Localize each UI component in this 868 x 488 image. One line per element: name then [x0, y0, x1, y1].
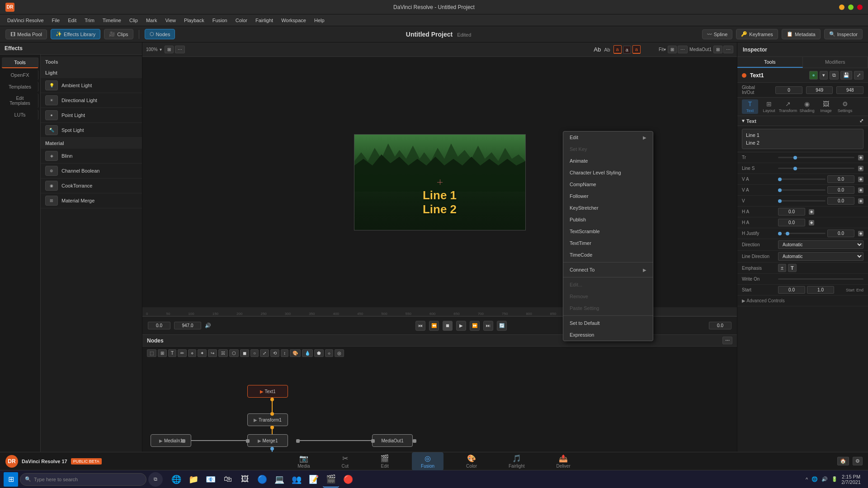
- nodes-tool-7[interactable]: ↪: [208, 349, 217, 357]
- tab-tools[interactable]: Tools: [2, 57, 38, 68]
- nodes-tool-18[interactable]: ⟐: [325, 349, 333, 357]
- bottom-tab-media[interactable]: 📷 Media: [288, 452, 319, 470]
- ctx-edit[interactable]: Edit ▶: [563, 131, 653, 143]
- view-btn2[interactable]: ⋯: [678, 46, 688, 53]
- prop-start-input[interactable]: 0.0: [778, 286, 805, 294]
- prop-va1-input[interactable]: 0.0: [827, 175, 854, 183]
- prop-v-keyframe[interactable]: ◆: [858, 198, 863, 204]
- tab-templates[interactable]: Templates: [2, 82, 38, 92]
- prop-ha2-input[interactable]: 0.0: [778, 219, 805, 226]
- prop-writeon-slider[interactable]: [778, 278, 863, 280]
- icon-tab-text[interactable]: T Text: [742, 99, 758, 114]
- nodes-tool-6[interactable]: ✦: [198, 349, 207, 357]
- inspector-button[interactable]: 🔍 Inspector: [824, 29, 863, 39]
- nodes-tool-3[interactable]: T: [168, 349, 176, 357]
- menu-trim[interactable]: Trim: [81, 16, 98, 24]
- nodes-tool-16[interactable]: 💧: [302, 349, 313, 357]
- effect-point-light[interactable]: ● Point Light: [41, 108, 142, 123]
- prop-ha1-input[interactable]: 0.0: [778, 208, 805, 216]
- minimize-button[interactable]: [839, 5, 844, 10]
- ctx-character-level-styling[interactable]: Character Level Styling: [563, 167, 653, 178]
- explorer-app-button[interactable]: 📁: [185, 471, 202, 488]
- tab-openfx[interactable]: OpenFX: [2, 70, 38, 80]
- volume-icon[interactable]: 🔊: [205, 323, 211, 328]
- menu-fairlight[interactable]: Fairlight: [252, 16, 277, 24]
- ctx-publish[interactable]: Publish: [563, 214, 653, 225]
- tray-arrow[interactable]: ^: [806, 477, 808, 482]
- menu-mark[interactable]: Mark: [142, 16, 160, 24]
- menu-clip[interactable]: Clip: [126, 16, 142, 24]
- icon-tab-transform[interactable]: ↗ Transform: [780, 99, 796, 114]
- resolve-app-button[interactable]: 🔴: [340, 471, 356, 488]
- effect-spot-light[interactable]: 🔦 Spot Light: [41, 123, 142, 138]
- pc-app-button[interactable]: 💻: [271, 471, 288, 488]
- node-transform1[interactable]: ▶ Transform1: [247, 413, 288, 426]
- prop-end-input[interactable]: 1.0: [807, 286, 834, 294]
- text-content-box[interactable]: Line 1Line 2: [742, 129, 863, 149]
- bottom-tab-fairlight[interactable]: 🎵 Fairlight: [500, 452, 534, 470]
- stop-button[interactable]: ⏹: [443, 321, 453, 331]
- tab-edit-templates[interactable]: Edit Templates: [2, 94, 38, 108]
- duration-input[interactable]: 947.0: [174, 322, 201, 329]
- effect-directional-light[interactable]: ☀ Directional Light: [41, 93, 142, 108]
- prop-ha1-keyframe[interactable]: ◆: [809, 209, 814, 215]
- ctx-texttimer[interactable]: TextTimer: [563, 237, 653, 249]
- timecode-input[interactable]: 0.0: [148, 322, 170, 329]
- photos-app-button[interactable]: 🖼: [237, 471, 253, 488]
- step-back-button[interactable]: ⏪: [429, 321, 439, 331]
- icon-tab-layout[interactable]: ⊞ Layout: [761, 99, 777, 114]
- view-btn3[interactable]: ⊞: [713, 46, 722, 53]
- bottom-tab-fusion[interactable]: ◎ Fusion: [412, 452, 443, 470]
- bottom-tab-cut[interactable]: ✂ Cut: [333, 452, 358, 470]
- node-copy-button[interactable]: ⧉: [830, 71, 839, 80]
- maximize-button[interactable]: [848, 5, 854, 10]
- effect-ambient-light[interactable]: 💡 Ambient Light: [41, 78, 142, 93]
- win-search-box[interactable]: 🔍 Type here to search: [20, 473, 146, 486]
- menu-file[interactable]: File: [48, 16, 64, 24]
- chrome-app-button[interactable]: 🔵: [254, 471, 270, 488]
- node-text1[interactable]: ▶ Text1: [247, 385, 288, 398]
- loop-button[interactable]: 🔄: [497, 321, 507, 331]
- icon-tab-settings[interactable]: ⚙ Settings: [837, 99, 853, 114]
- gear-button[interactable]: ⚙: [853, 457, 863, 465]
- prop-hjustify-input[interactable]: 0.0: [827, 230, 854, 237]
- global-frame-value[interactable]: 948: [836, 86, 863, 94]
- menu-davinci[interactable]: DaVinci Resolve: [4, 16, 47, 24]
- node-more-button[interactable]: ▾: [820, 71, 828, 80]
- win-clock[interactable]: 2:15 PM 2/7/2021: [841, 474, 861, 485]
- prop-hjustify-keyframe[interactable]: ◆: [858, 231, 863, 236]
- prop-linedir-select[interactable]: Automatic: [778, 252, 863, 261]
- bottom-tab-deliver[interactable]: 📤 Deliver: [547, 452, 580, 470]
- step-forward-button[interactable]: ⏩: [470, 321, 480, 331]
- view-btn1[interactable]: ⊞: [668, 46, 677, 53]
- menu-view[interactable]: View: [161, 16, 179, 24]
- prop-ha2-keyframe[interactable]: ◆: [809, 220, 814, 225]
- metadata-button[interactable]: 📋 Metadata: [782, 29, 821, 39]
- node-expand-button[interactable]: ⤢: [854, 71, 863, 80]
- nodes-tool-12[interactable]: ⤢: [260, 349, 269, 357]
- ctx-set-default[interactable]: Set to Default: [563, 317, 653, 329]
- effect-blinn[interactable]: ◈ Blinn: [41, 149, 142, 164]
- advanced-controls-label[interactable]: ▶ Advanced Controls: [742, 298, 785, 303]
- nodes-tool-15[interactable]: 🎨: [290, 349, 301, 357]
- prop-v-input[interactable]: 0.0: [827, 197, 854, 205]
- prop-v-slider[interactable]: [778, 200, 826, 202]
- go-start-button[interactable]: ⏮: [415, 321, 425, 331]
- nodes-tool-11[interactable]: ○: [250, 349, 259, 357]
- ctx-keystretcher[interactable]: KeyStretcher: [563, 202, 653, 214]
- prop-emphasis-btn2[interactable]: T: [788, 264, 797, 272]
- nodes-canvas[interactable]: ⬚ ⊞ T ✏ ⋄ ✦ ↪ ☵ ⬡ ◼ ○ ⤢ ⟲ ↕ 🎨 💧 ⬟: [142, 347, 737, 452]
- inspector-tab-tools[interactable]: Tools: [737, 57, 803, 68]
- play-button[interactable]: ▶: [456, 321, 466, 331]
- nodes-tool-14[interactable]: ↕: [281, 349, 288, 357]
- ctx-compname[interactable]: CompName: [563, 178, 653, 190]
- global-in-value[interactable]: 0: [775, 86, 802, 94]
- prop-tr-slider[interactable]: [778, 157, 854, 158]
- close-button[interactable]: [857, 5, 863, 10]
- media-pool-button[interactable]: 🎞 Media Pool: [5, 29, 47, 39]
- node-save-button[interactable]: 💾: [840, 71, 852, 80]
- nodes-tool-19[interactable]: ◎: [335, 349, 344, 357]
- mail-app-button[interactable]: 📧: [203, 471, 219, 488]
- nodes-tool-17[interactable]: ⬟: [314, 349, 324, 357]
- task-view-button[interactable]: ⧉: [148, 472, 163, 487]
